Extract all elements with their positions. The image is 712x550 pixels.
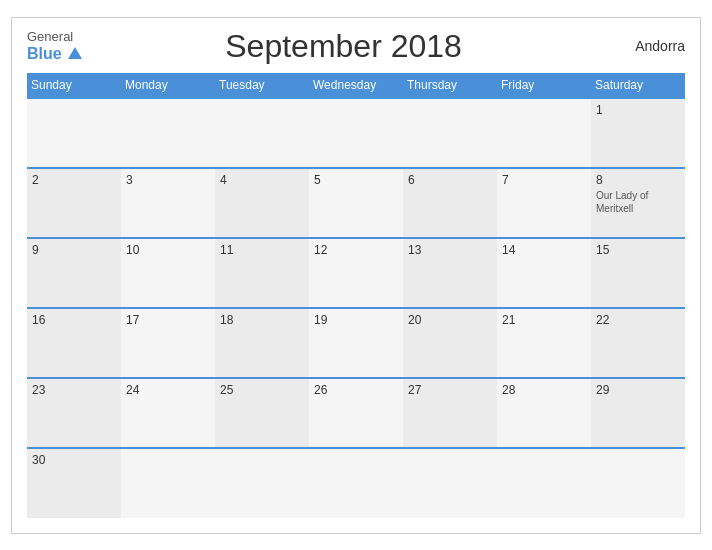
- calendar-cell: 4: [215, 168, 309, 238]
- day-number: 6: [408, 173, 492, 187]
- calendar-cell: 26: [309, 378, 403, 448]
- calendar-grid: SundayMondayTuesdayWednesdayThursdayFrid…: [27, 73, 685, 518]
- day-number: 28: [502, 383, 586, 397]
- calendar-cell: 15: [591, 238, 685, 308]
- calendar-cell: 25: [215, 378, 309, 448]
- day-number: 22: [596, 313, 680, 327]
- day-number: 11: [220, 243, 304, 257]
- day-number: 19: [314, 313, 398, 327]
- calendar-cell: 20: [403, 308, 497, 378]
- calendar-cell: 23: [27, 378, 121, 448]
- day-number: 10: [126, 243, 210, 257]
- day-number: 2: [32, 173, 116, 187]
- day-number: 23: [32, 383, 116, 397]
- day-header-sunday: Sunday: [27, 73, 121, 98]
- day-number: 27: [408, 383, 492, 397]
- calendar-cell: 14: [497, 238, 591, 308]
- day-header-friday: Friday: [497, 73, 591, 98]
- calendar-cell: [121, 98, 215, 168]
- week-row-2: 2345678Our Lady of Meritxell: [27, 168, 685, 238]
- week-row-6: 30: [27, 448, 685, 518]
- day-number: 12: [314, 243, 398, 257]
- calendar-cell: 7: [497, 168, 591, 238]
- calendar-cell: 22: [591, 308, 685, 378]
- day-number: 20: [408, 313, 492, 327]
- day-number: 8: [596, 173, 680, 187]
- week-row-5: 23242526272829: [27, 378, 685, 448]
- calendar-cell: 9: [27, 238, 121, 308]
- calendar-title: September 2018: [82, 28, 605, 65]
- day-header-thursday: Thursday: [403, 73, 497, 98]
- calendar-cell: 13: [403, 238, 497, 308]
- calendar-cell: [309, 448, 403, 518]
- day-number: 7: [502, 173, 586, 187]
- logo-triangle-icon: [68, 47, 82, 59]
- calendar-cell: 17: [121, 308, 215, 378]
- calendar-cell: 2: [27, 168, 121, 238]
- calendar-cell: 21: [497, 308, 591, 378]
- day-number: 18: [220, 313, 304, 327]
- calendar-cell: [215, 448, 309, 518]
- calendar-cell: 16: [27, 308, 121, 378]
- calendar-cell: 6: [403, 168, 497, 238]
- calendar-cell: 3: [121, 168, 215, 238]
- calendar-region: Andorra: [605, 38, 685, 54]
- logo: General Blue: [27, 29, 82, 64]
- week-row-3: 9101112131415: [27, 238, 685, 308]
- calendar-cell: 27: [403, 378, 497, 448]
- calendar-cell: 1: [591, 98, 685, 168]
- day-number: 25: [220, 383, 304, 397]
- logo-general-text: General: [27, 29, 82, 45]
- calendar-cell: [121, 448, 215, 518]
- calendar-cell: 18: [215, 308, 309, 378]
- calendar-cell: [215, 98, 309, 168]
- day-number: 24: [126, 383, 210, 397]
- day-number: 21: [502, 313, 586, 327]
- day-number: 4: [220, 173, 304, 187]
- week-row-4: 16171819202122: [27, 308, 685, 378]
- day-header-wednesday: Wednesday: [309, 73, 403, 98]
- day-header-saturday: Saturday: [591, 73, 685, 98]
- day-number: 14: [502, 243, 586, 257]
- calendar-cell: [27, 98, 121, 168]
- day-number: 13: [408, 243, 492, 257]
- days-header-row: SundayMondayTuesdayWednesdayThursdayFrid…: [27, 73, 685, 98]
- day-number: 3: [126, 173, 210, 187]
- day-header-tuesday: Tuesday: [215, 73, 309, 98]
- calendar-header: General Blue September 2018 Andorra: [27, 28, 685, 65]
- calendar-cell: [497, 98, 591, 168]
- calendar-cell: [403, 98, 497, 168]
- day-number: 15: [596, 243, 680, 257]
- calendar-container: General Blue September 2018 Andorra Sund…: [11, 17, 701, 534]
- calendar-cell: 11: [215, 238, 309, 308]
- day-number: 30: [32, 453, 116, 467]
- calendar-cell: 30: [27, 448, 121, 518]
- calendar-cell: 29: [591, 378, 685, 448]
- calendar-cell: 10: [121, 238, 215, 308]
- day-number: 5: [314, 173, 398, 187]
- calendar-cell: [403, 448, 497, 518]
- calendar-cell: 28: [497, 378, 591, 448]
- week-row-1: 1: [27, 98, 685, 168]
- holiday-label: Our Lady of Meritxell: [596, 189, 680, 215]
- calendar-cell: 19: [309, 308, 403, 378]
- calendar-cell: [591, 448, 685, 518]
- calendar-cell: [497, 448, 591, 518]
- logo-blue-text: Blue: [27, 44, 82, 63]
- day-number: 26: [314, 383, 398, 397]
- calendar-cell: [309, 98, 403, 168]
- calendar-cell: 24: [121, 378, 215, 448]
- calendar-cell: 8Our Lady of Meritxell: [591, 168, 685, 238]
- day-number: 1: [596, 103, 680, 117]
- day-number: 16: [32, 313, 116, 327]
- day-number: 9: [32, 243, 116, 257]
- day-number: 17: [126, 313, 210, 327]
- day-header-monday: Monday: [121, 73, 215, 98]
- calendar-cell: 5: [309, 168, 403, 238]
- day-number: 29: [596, 383, 680, 397]
- calendar-cell: 12: [309, 238, 403, 308]
